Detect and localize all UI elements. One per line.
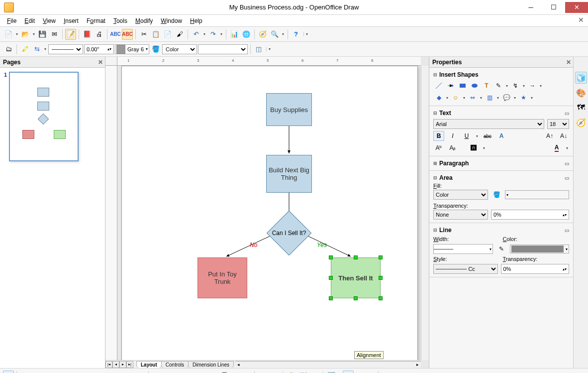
superscript-button[interactable]: Aᵇ [433,143,444,153]
line-transparency-spinner[interactable]: 0%▴▾ [501,264,570,274]
redo-button[interactable]: ↷ [207,29,218,40]
menu-window[interactable]: Window [158,16,185,25]
properties-close-icon[interactable]: ✕ [566,59,571,66]
spellcheck-button[interactable]: ABC [110,29,121,40]
minimize-button[interactable]: ─ [519,2,542,13]
shape-curve-icon[interactable]: ✎ [493,81,504,91]
shape-build[interactable]: Build Next Big Thing [266,155,312,193]
rotate-button[interactable]: 🔄 [326,371,337,373]
arrow-tool-button[interactable]: → [31,371,42,373]
block-arrow-button[interactable]: ⇔ [185,371,196,373]
undo-dropdown[interactable]: ▾ [202,32,206,36]
tab-dimension[interactable]: Dimension Lines [188,361,234,368]
toolbar2-overflow[interactable]: ▾ [266,47,270,51]
horizontal-ruler[interactable]: 123 456 78 [117,57,421,66]
toolbar-overflow[interactable]: ▾ [303,32,307,36]
fill-color-select[interactable] [198,44,248,54]
menu-help[interactable]: Help [187,16,205,25]
more-options-icon[interactable]: ▭ [565,161,569,166]
sidetab-gallery-icon[interactable]: 🎨 [575,87,587,99]
font-color-button[interactable]: A [551,143,562,153]
curve-tool-button[interactable]: ✎ [79,371,90,373]
shape-buy-supplies[interactable]: Buy Supplies [266,93,312,126]
arrow-style-button[interactable]: ⇆ [31,44,42,55]
shape-arrow-icon[interactable] [445,81,456,91]
tab-last-button[interactable]: ▸| [126,361,133,368]
bold-button[interactable]: B [433,131,444,141]
alignment-button[interactable]: ▦ [343,371,354,373]
email-button[interactable]: ✉ [49,29,60,40]
fill-bucket-icon[interactable]: 🪣 [491,190,502,200]
collapse-icon[interactable]: ⊟ [433,111,437,116]
menu-tools[interactable]: Tools [110,16,130,25]
fill-type-select[interactable]: Color [162,44,197,54]
export-pdf-button[interactable]: 📕 [82,29,93,40]
font-size-select[interactable]: 18 [547,119,569,129]
horizontal-scrollbar[interactable]: ◂▸ [235,361,421,368]
arrow-style-dropdown[interactable]: ▾ [43,47,47,51]
tab-prev-button[interactable]: ◂ [112,361,119,368]
open-button[interactable]: 📂 [20,29,31,40]
redo-dropdown[interactable]: ▾ [219,32,223,36]
shape-then-sell[interactable]: Then Sell It [331,257,381,298]
shape-connector-icon[interactable]: ↯ [510,81,521,91]
styles-button[interactable]: 🗂 [3,44,14,55]
shape-decision[interactable]: Can I Sell It? [267,216,311,250]
shape-symbol-icon[interactable]: ☺ [450,93,461,103]
flowchart-shape-button[interactable]: ▥ [202,371,213,373]
menu-insert[interactable]: Insert [61,16,82,25]
cut-button[interactable]: ✂ [138,29,149,40]
tab-layout[interactable]: Layout [136,361,162,368]
page-thumb-1[interactable]: 1 [4,72,101,161]
zoom-dropdown[interactable]: ▾ [281,32,285,36]
tab-controls[interactable]: Controls [161,361,189,368]
format-paintbrush-button[interactable]: 🖌 [174,29,185,40]
collapse-icon[interactable]: ⊟ [433,228,437,233]
new-dropdown[interactable]: ▾ [15,32,19,36]
more-options-icon[interactable]: ▭ [565,111,569,116]
from-file-button[interactable]: 🖼 [297,371,308,373]
maximize-button[interactable]: ☐ [542,2,565,13]
new-button[interactable]: 📄 [3,29,14,40]
strike-button[interactable]: abc [482,131,493,141]
shape-text-icon[interactable]: T [481,81,492,91]
document-close-icon[interactable]: ✕ [578,16,584,24]
line-width-spinner[interactable]: 0.00"▴▾ [84,44,114,54]
menu-file[interactable]: File [4,16,19,25]
points-edit-button[interactable]: ✳ [257,371,268,373]
sidetab-navigator-icon[interactable]: 🗺 [575,102,587,114]
shape-ellipse-icon[interactable] [469,81,480,91]
shape-block-arrow-icon[interactable]: ⇔ [467,93,478,103]
pages-panel-close-icon[interactable]: ✕ [98,59,103,66]
fontwork-button[interactable]: Ⓐ [286,371,296,373]
shape-basic-icon[interactable]: ◆ [433,93,444,103]
zoom-button[interactable]: 🔍 [269,29,280,40]
connector-tool-button[interactable]: ↯ [96,371,107,373]
shape-lines-icon[interactable]: → [527,81,538,91]
collapse-icon[interactable]: ⊟ [433,72,437,77]
edit-file-button[interactable]: 📝 [65,29,76,40]
arrange-button[interactable]: 🗂 [360,371,371,373]
increase-font-button[interactable]: A↑ [544,131,555,141]
vertical-ruler[interactable] [105,66,117,360]
help-button[interactable]: ? [291,29,301,40]
collapse-icon[interactable]: ⊟ [433,175,437,180]
navigator-button[interactable]: 🧭 [257,29,268,40]
underline-button[interactable]: U [461,131,472,141]
copy-button[interactable]: 📋 [150,29,161,40]
drawing-page[interactable]: Buy Supplies Build Next Big Thing Can I … [121,66,418,360]
save-button[interactable]: 💾 [37,29,48,40]
menu-modify[interactable]: Modify [132,16,156,25]
shape-line-icon[interactable] [433,81,444,91]
shape-rect-icon[interactable] [457,81,468,91]
line-style-select[interactable]: ─────── [48,44,83,54]
more-options-icon[interactable]: ▭ [565,175,569,181]
3d-tool-button[interactable]: ⬚ [130,371,141,373]
line-color-select[interactable]: ▾ [510,245,570,253]
line-style-select[interactable]: ──────── Cc [433,264,498,274]
vertical-scrollbar[interactable] [421,66,429,360]
line-tool-button[interactable] [19,371,30,373]
glue-points-button[interactable]: ⊕ [269,371,280,373]
decrease-font-button[interactable]: A↓ [558,131,569,141]
transparency-value-spinner[interactable]: 0%▴▾ [491,210,569,220]
